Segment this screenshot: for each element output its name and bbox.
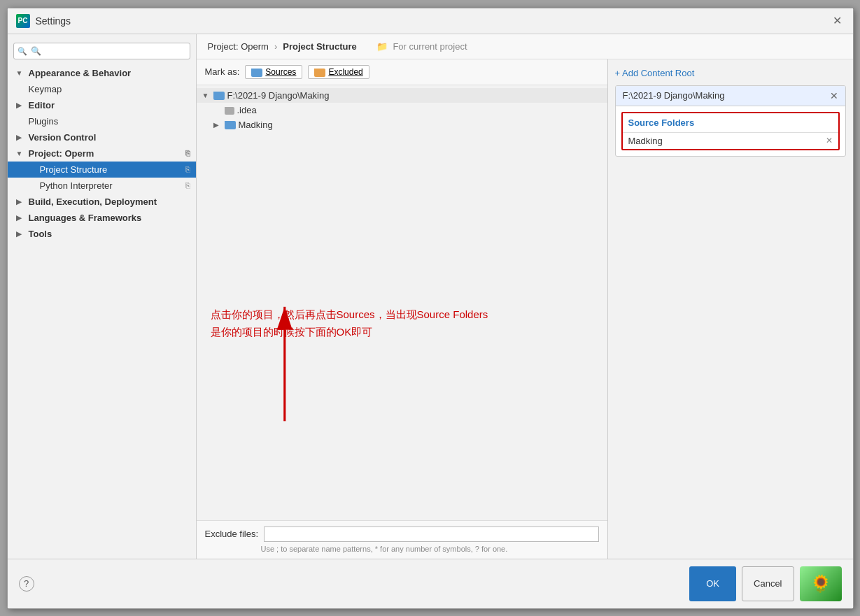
sidebar-item-label: Project: Operm [29,148,94,159]
annotation-line1: 点击你的项目，然后再点击Sources，当出现Source Folders [211,306,593,324]
tree-item-label: F:\2021-9 Django\Making [227,90,330,101]
expand-icon: ▶ [16,134,24,141]
expand-icon: ▶ [16,198,24,206]
window-title: Settings [36,15,71,27]
expand-icon: ▼ [202,92,211,99]
source-folders-header: Source Folders [623,113,838,133]
source-folders-box: Source Folders Madking ✕ [621,112,840,150]
action-buttons: OK Cancel 🌻 [689,566,841,601]
sidebar-item-project-structure[interactable]: Project Structure ⎘ [8,162,196,178]
folder-icon [225,107,234,115]
cancel-button[interactable]: Cancel [742,566,794,601]
sidebar-item-python-interpreter[interactable]: Python Interpreter ⎘ [8,178,196,194]
expand-icon: ▶ [16,214,24,222]
sidebar-item-label: Languages & Frameworks [29,213,142,223]
exclude-section: Exclude files: Use ; to separate name pa… [197,520,607,559]
help-button[interactable]: ? [19,576,34,592]
ok-button[interactable]: OK [689,566,736,601]
content-root-header: F:\2021-9 Django\Making ✕ [616,86,845,106]
tree-item-label: .idea [237,105,257,115]
sidebar-item-label: Python Interpreter [40,180,113,191]
settings-dialog: PC Settings ✕ 🔍 ▼ Appearance & Behavior … [7,8,854,609]
mark-as-label: Mark as: [205,66,240,77]
exclude-hint: Use ; to separate name patterns, * for a… [205,545,599,553]
tree-item-idea[interactable]: .idea [197,103,607,117]
sidebar-item-label: Tools [29,229,52,239]
sources-button[interactable]: Sources [245,65,302,79]
source-item-remove-button[interactable]: ✕ [826,136,833,145]
annotation-line2: 是你的项目的时候按下面的OK即可 [211,323,593,341]
folder-icon [213,92,225,100]
content-root-box: F:\2021-9 Django\Making ✕ Source Folders… [615,85,846,157]
right-panel: Project: Operm › Project Structure 📁 For… [197,34,853,559]
sidebar-item-keymap[interactable]: Keymap [8,81,196,97]
search-box: 🔍 [13,43,190,59]
add-content-root-button[interactable]: + Add Content Root [615,66,846,80]
mark-as-bar: Mark as: Sources Excluded [197,59,607,85]
folder-blue-icon [251,69,262,77]
sidebar-item-label: Version Control [29,132,97,143]
copy-icon: ⎘ [185,181,190,189]
breadcrumb-project: Project: Operm [208,41,269,52]
right-info-panel: + Add Content Root F:\2021-9 Django\Maki… [608,59,853,559]
sidebar-item-label: Keymap [29,84,62,94]
main-content: 🔍 ▼ Appearance & Behavior Keymap ▶ Edito… [8,34,853,559]
breadcrumb-current: Project Structure [283,41,356,52]
copy-icon: ⎘ [185,149,190,157]
for-current-project: 📁 For current project [376,41,467,52]
tree-item-madking[interactable]: ▶ Madking [197,117,607,132]
sidebar-item-label: Editor [29,100,55,110]
project-structure-content: Mark as: Sources Excluded [197,59,853,559]
breadcrumb: Project: Operm › Project Structure 📁 For… [197,34,853,59]
sidebar-item-editor[interactable]: ▶ Editor [8,97,196,113]
bottom-bar: ? OK Cancel 🌻 [8,559,853,608]
breadcrumb-separator: › [274,41,277,52]
sidebar-item-appearance[interactable]: ▼ Appearance & Behavior [8,65,196,81]
expand-icon: ▼ [16,69,24,77]
exclude-row: Exclude files: [205,527,599,542]
sidebar-item-plugins[interactable]: Plugins [8,113,196,129]
content-root-close-button[interactable]: ✕ [830,90,838,101]
sidebar-item-label: Appearance & Behavior [29,68,132,78]
sidebar-item-label: Project Structure [40,164,108,175]
folder-orange-icon [314,69,325,77]
sidebar-item-project-operm[interactable]: ▼ Project: Operm ⎘ [8,145,196,162]
file-tree: ▼ F:\2021-9 Django\Making .idea ▶ [197,85,607,292]
file-tree-panel: Mark as: Sources Excluded [197,59,608,559]
sunflower-decoration: 🌻 [800,566,842,601]
folder-inline-icon: 📁 [376,41,388,52]
sidebar: 🔍 ▼ Appearance & Behavior Keymap ▶ Edito… [8,34,197,559]
sidebar-item-label: Plugins [29,116,59,127]
expand-icon: ▶ [16,230,24,238]
sidebar-item-languages[interactable]: ▶ Languages & Frameworks [8,210,196,226]
exclude-input[interactable] [264,527,598,542]
annotation-text: 点击你的项目，然后再点击Sources，当出现Source Folders 是你… [211,306,593,341]
source-item-name: Madking [628,136,663,146]
sidebar-item-version-control[interactable]: ▶ Version Control [8,129,196,145]
tree-item-label: Madking [239,120,273,130]
title-bar-left: PC Settings [16,14,71,28]
expand-icon: ▼ [16,150,24,157]
expand-icon: ▶ [213,121,222,129]
folder-icon [225,121,236,129]
search-input[interactable] [13,43,190,59]
sidebar-item-tools[interactable]: ▶ Tools [8,226,196,242]
sidebar-item-label: Build, Execution, Deployment [29,196,157,207]
copy-icon: ⎘ [185,165,190,173]
annotation-area: 点击你的项目，然后再点击Sources，当出现Source Folders 是你… [197,292,607,520]
close-button[interactable]: ✕ [831,14,845,28]
tree-item-root[interactable]: ▼ F:\2021-9 Django\Making [197,88,607,103]
expand-icon: ▶ [16,101,24,109]
exclude-label: Exclude files: [205,529,259,539]
content-root-title: F:\2021-9 Django\Making [623,90,725,101]
excluded-button[interactable]: Excluded [308,65,369,79]
search-icon: 🔍 [17,46,27,55]
source-item: Madking ✕ [623,133,838,149]
sidebar-item-build[interactable]: ▶ Build, Execution, Deployment [8,194,196,210]
title-bar: PC Settings ✕ [8,8,853,34]
app-icon: PC [16,14,30,28]
